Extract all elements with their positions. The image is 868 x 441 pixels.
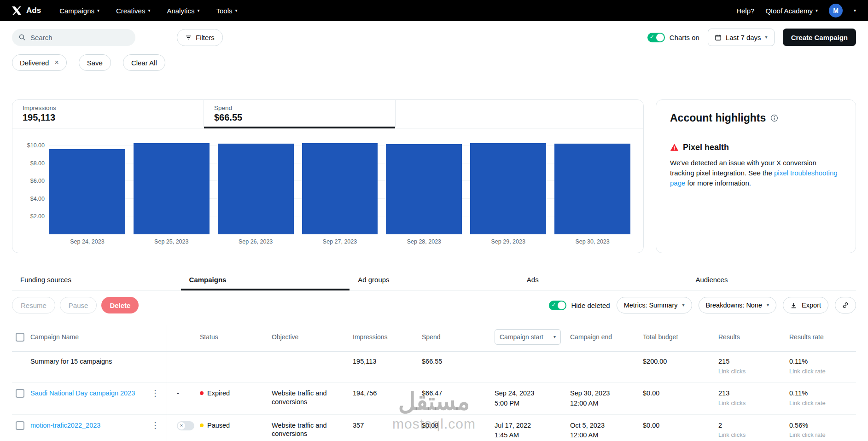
select-all-checkbox[interactable] [16, 333, 24, 342]
top-nav: Ads Campaigns▾Creatives▾Analytics▾Tools▾… [0, 0, 868, 21]
summary-spend: $66.55 [422, 357, 495, 366]
kebab-menu-icon[interactable]: ⋮ [151, 421, 159, 429]
metric-value: 195,113 [23, 112, 193, 123]
objective-cell: Website traffic and conversions [272, 421, 353, 439]
metric-tab-spend[interactable]: Spend$66.55 [204, 100, 396, 128]
sort-caret-icon: ▾ [553, 335, 556, 339]
nav-item-creatives[interactable]: Creatives▾ [116, 7, 150, 15]
info-icon[interactable] [770, 114, 778, 122]
col-total-budget[interactable]: Total budget [643, 333, 718, 341]
col-status[interactable]: Status [200, 333, 272, 341]
bar-sep-29-2023 [470, 143, 546, 234]
row-checkbox[interactable] [16, 421, 24, 430]
x-tick-label: Sep 29, 2023 [470, 238, 546, 245]
col-spend[interactable]: Spend [422, 333, 495, 341]
clear-all-button[interactable]: Clear All [123, 54, 165, 71]
hide-deleted-toggle[interactable]: ✓ [549, 301, 566, 310]
results-rate-cell: 0.56%Link click rate [789, 421, 856, 440]
delete-button[interactable]: Delete [101, 297, 139, 313]
tab-campaigns[interactable]: Campaigns [181, 271, 350, 290]
nav-item-analytics[interactable]: Analytics▾ [167, 7, 199, 15]
col-results[interactable]: Results [718, 333, 789, 341]
export-button[interactable]: Export [783, 297, 828, 313]
copy-link-button[interactable] [835, 297, 856, 313]
campaign-name-link[interactable]: Saudi National Day campaign 2023 [30, 389, 135, 398]
nav-item-campaigns[interactable]: Campaigns▾ [59, 7, 99, 15]
brand: Ads [12, 6, 41, 16]
bar-sep-30-2023 [554, 144, 630, 234]
summary-label: Summary for 15 campaigns [30, 357, 167, 366]
x-tick-label: Sep 28, 2023 [386, 238, 462, 245]
chart-y-axis: $2.00$4.00$6.00$8.00$10.00 [20, 139, 49, 234]
charts-toggle[interactable]: ✓ [647, 33, 665, 42]
campaign-end-cell: Oct 5, 202312:00 AM [570, 421, 643, 440]
col-campaign-name[interactable]: Campaign Name [30, 333, 167, 341]
filter-chip-delivered[interactable]: Delivered × [12, 54, 67, 71]
create-campaign-button[interactable]: Create Campaign [783, 29, 856, 46]
objective-cell: Website traffic and conversions [272, 389, 353, 406]
date-range-button[interactable]: Last 7 days ▾ [708, 29, 775, 46]
col-impressions[interactable]: Impressions [353, 333, 422, 341]
chart-card: Impressions195,113Spend$66.55 $2.00$4.00… [12, 99, 644, 253]
help-link[interactable]: Help? [736, 7, 754, 15]
academy-menu[interactable]: Qtoof Academy ▾ [765, 7, 818, 15]
toolbar: Filters ✓ Charts on Last 7 days ▾ Create… [0, 21, 868, 49]
kebab-menu-icon[interactable]: ⋮ [151, 389, 159, 397]
chevron-down-icon: ▾ [767, 303, 769, 308]
campaign-name-link[interactable]: motion-trafic2022_2023 [30, 421, 100, 430]
filter-chips-row: Delivered × Save Clear All [0, 49, 868, 79]
nav-item-label: Tools [216, 7, 232, 15]
toggle-x-icon: × [178, 422, 185, 429]
resume-button[interactable]: Resume [12, 297, 55, 313]
account-highlights-title: Account highlights [670, 112, 766, 124]
row-checkbox[interactable] [16, 389, 24, 398]
table-row: motion-trafic2022_2023⋮×PausedWebsite tr… [12, 415, 856, 441]
status-label: Paused [207, 421, 230, 430]
x-logo-icon[interactable] [12, 6, 22, 16]
table-body: Saudi National Day campaign 2023⋮-Expire… [12, 383, 856, 441]
chevron-down-icon: ▾ [148, 8, 150, 13]
column-divider [167, 325, 167, 441]
results-rate-cell: 0.11%Link click rate [789, 389, 856, 407]
campaign-end-cell: Sep 30, 202312:00 AM [570, 389, 643, 408]
nav-item-tools[interactable]: Tools▾ [216, 7, 237, 15]
status-label: Expired [207, 389, 230, 398]
tab-ad-groups[interactable]: Ad groups [350, 271, 518, 290]
campaign-start-sort[interactable]: Campaign start ▾ [495, 329, 561, 345]
search-box[interactable] [12, 29, 135, 46]
campaign-toggle-off[interactable]: × [177, 421, 194, 430]
save-filters-button[interactable]: Save [79, 54, 111, 71]
tab-audiences[interactable]: Audiences [687, 271, 856, 290]
close-icon[interactable]: × [54, 59, 58, 66]
filters-icon [185, 34, 192, 41]
chevron-down-icon: ▾ [197, 8, 199, 13]
summary-results-rate: 0.11% Link click rate [789, 357, 856, 376]
metric-label: Spend [214, 104, 385, 111]
col-results-rate[interactable]: Results rate [789, 333, 856, 341]
spend-cell: $0.08 [422, 421, 495, 430]
calendar-icon [715, 34, 722, 41]
metric-tab-impressions[interactable]: Impressions195,113 [12, 100, 204, 128]
tab-funding-sources[interactable]: Funding sources [12, 271, 181, 290]
warning-icon [670, 143, 679, 152]
spend-chart: $2.00$4.00$6.00$8.00$10.00 Sep 24, 2023S… [12, 128, 643, 251]
status-dot [200, 424, 204, 427]
filters-button[interactable]: Filters [177, 29, 223, 46]
bar-sep-27-2023 [302, 143, 378, 234]
search-input[interactable] [30, 34, 129, 41]
account-chevron-icon[interactable]: ▾ [854, 8, 856, 13]
pause-button[interactable]: Pause [60, 297, 97, 313]
breakdowns-select[interactable]: Breakdowns: None ▾ [699, 297, 777, 313]
spend-cell: $66.47 [422, 389, 495, 398]
search-icon [18, 34, 26, 41]
y-tick-label: $4.00 [30, 196, 45, 202]
x-tick-label: Sep 30, 2023 [554, 238, 630, 245]
col-campaign-end[interactable]: Campaign end [570, 333, 643, 341]
metric-value: $66.55 [214, 112, 385, 123]
avatar[interactable]: M [829, 4, 843, 17]
col-objective[interactable]: Objective [272, 333, 353, 341]
y-tick-label: $2.00 [30, 213, 45, 220]
metrics-select[interactable]: Metrics: Summary ▾ [617, 297, 692, 313]
academy-label: Qtoof Academy [765, 7, 813, 15]
tab-ads[interactable]: Ads [518, 271, 687, 290]
